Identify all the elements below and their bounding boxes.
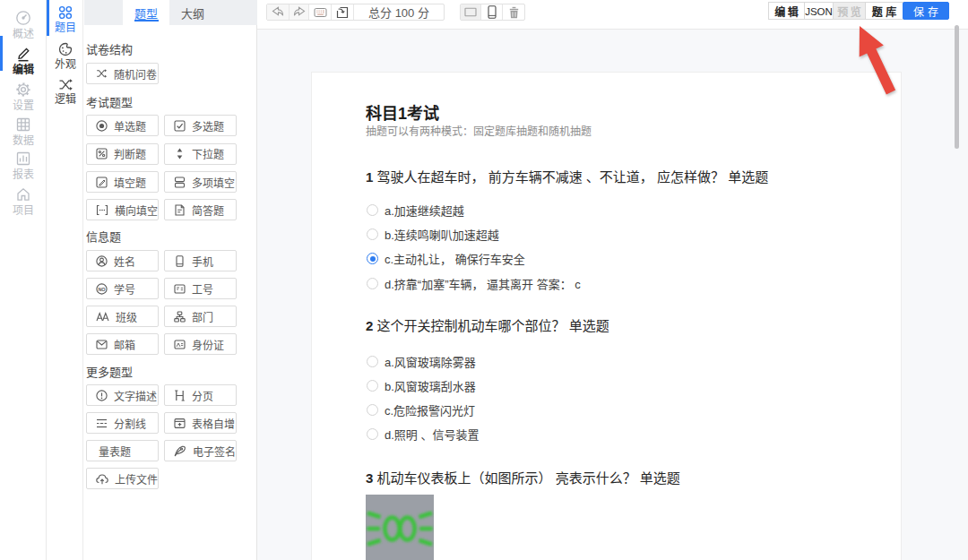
svg-text:NO: NO xyxy=(98,286,106,291)
